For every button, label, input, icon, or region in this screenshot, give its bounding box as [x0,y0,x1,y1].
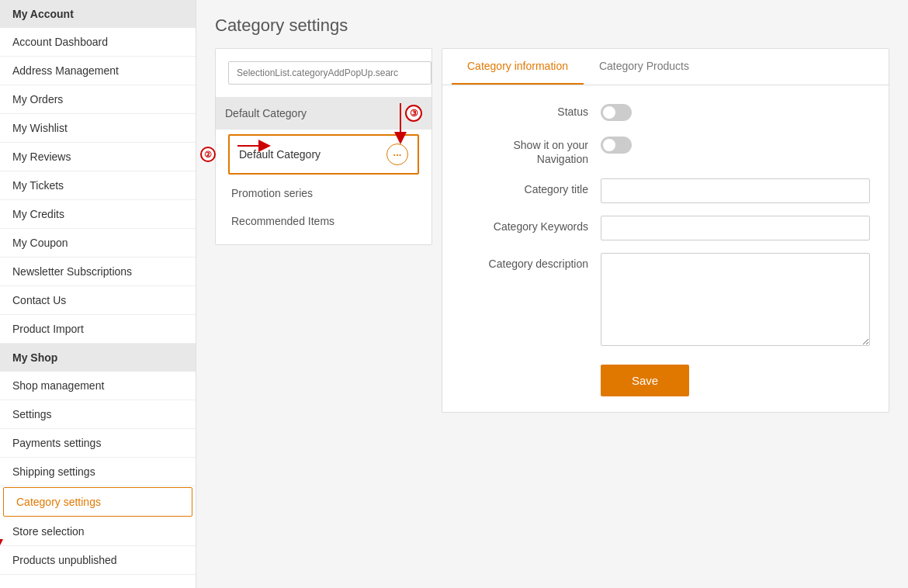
tabs-container: Category information Category Products [442,49,889,85]
category-group-header-label: Default Category [225,107,307,119]
category-info-form: Status Show it on your Navigation [442,85,889,412]
sidebar-item-account-dashboard[interactable]: Account Dashboard [0,28,196,57]
form-row-category-title: Category title [461,178,870,203]
sidebar-item-product-import[interactable]: Product Import [0,315,196,344]
sidebar-item-contact-us[interactable]: Contact Us [0,286,196,315]
tab-category-information[interactable]: Category information [452,49,584,85]
page-title: Category settings [215,16,889,36]
sidebar-item-payments-settings[interactable]: Payments settings [0,429,196,458]
category-layout: Default Category ③ ② Default Category ··… [215,48,889,413]
annotation-badge-2: ② [200,147,216,162]
sidebar-item-category-settings[interactable]: Category settings ① [3,487,192,517]
sidebar-item-my-tickets[interactable]: My Tickets [0,171,196,200]
category-tree-panel: Default Category ③ ② Default Category ··… [215,48,432,413]
save-button[interactable]: Save [601,365,689,396]
sidebar-my-shop-header: My Shop [0,344,196,372]
sidebar-item-my-credits[interactable]: My Credits [0,200,196,229]
sidebar-item-category-settings-label: Category settings [16,496,101,508]
form-row-category-keywords: Category Keywords [461,216,870,240]
category-keywords-label: Category Keywords [461,216,601,233]
sidebar-item-settings[interactable]: Settings [0,400,196,429]
category-description-textarea[interactable] [601,253,870,346]
category-title-label: Category title [461,178,601,195]
category-keywords-input[interactable] [601,216,870,240]
sidebar-item-products-unpublished[interactable]: Products unpublished [0,546,196,575]
sidebar: My Account Account Dashboard Address Man… [0,0,196,588]
category-title-input[interactable] [601,178,870,203]
category-selected-item-label: Default Category [239,148,321,161]
category-description-label: Category description [461,253,601,270]
category-selected-item[interactable]: Default Category ··· [228,134,419,175]
sidebar-item-newsletter[interactable]: Newsletter Subscriptions [0,258,196,286]
form-row-status: Status [461,101,870,121]
sidebar-item-store-selection[interactable]: Store selection [0,517,196,546]
status-toggle[interactable] [601,104,632,121]
sidebar-item-shipping-settings[interactable]: Shipping settings [0,458,196,486]
sidebar-item-my-reviews[interactable]: My Reviews [0,143,196,171]
category-group-header: Default Category ③ [216,97,431,130]
annotation-badge-3-header: ③ [405,105,422,122]
status-toggle-slider [601,104,632,121]
show-navigation-toggle-slider [601,137,632,154]
category-info-panel: Category information Category Products S… [442,48,889,413]
sidebar-item-my-coupon[interactable]: My Coupon [0,229,196,258]
tab-category-products[interactable]: Category Products [584,49,705,85]
form-row-category-description: Category description [461,253,870,346]
category-sub-item-recommended[interactable]: Recommended Items [216,207,431,235]
form-row-show-navigation: Show it on your Navigation [461,133,870,166]
sidebar-item-my-wishlist[interactable]: My Wishlist [0,114,196,143]
show-navigation-label: Show it on your Navigation [461,133,601,166]
sidebar-item-address-management[interactable]: Address Management [0,57,196,85]
category-item-menu-button[interactable]: ··· [386,144,408,165]
main-content: Category settings Default Category ③ [196,0,908,588]
sidebar-item-my-orders[interactable]: My Orders [0,85,196,114]
sidebar-my-account-header: My Account [0,0,196,28]
show-navigation-toggle[interactable] [601,137,632,154]
sidebar-item-shop-management[interactable]: Shop management [0,372,196,400]
category-sub-item-promotion[interactable]: Promotion series [216,179,431,207]
status-label: Status [461,101,601,118]
category-search-input[interactable] [228,61,431,85]
